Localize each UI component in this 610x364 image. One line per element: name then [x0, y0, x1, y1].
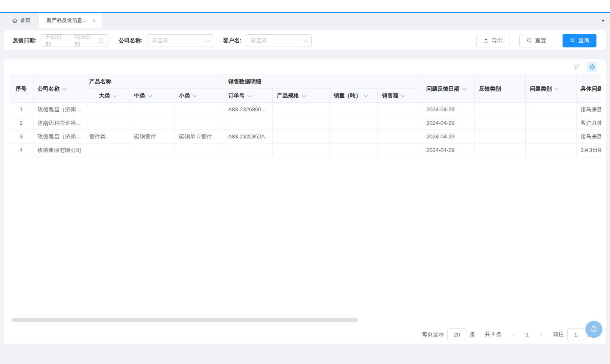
sort-chevron-icon: [147, 93, 152, 97]
tab-active[interactable]: 新产品反馈信息... ×: [39, 13, 102, 28]
col-header-spec[interactable]: 产品规格: [272, 89, 329, 103]
col-header-detail: 具体问题: [576, 75, 601, 103]
company-name-label: 公司名称:: [119, 37, 142, 44]
cell-company: 玫德雅昌（济南...: [33, 103, 85, 116]
tab-home[interactable]: 首页: [0, 13, 39, 28]
tab-bar: 首页 新产品反馈信息... × ▼: [0, 13, 610, 28]
goto-page-input[interactable]: [567, 328, 584, 340]
current-page-number[interactable]: 1: [521, 331, 533, 338]
cell-feedback-type: [474, 130, 525, 143]
reset-button[interactable]: 重置: [519, 34, 553, 47]
cell-volume: [329, 130, 377, 143]
cell-volume: [329, 103, 377, 116]
horizontal-scrollbar-thumb[interactable]: [12, 318, 358, 322]
tab-list-caret-icon[interactable]: ▼: [601, 13, 605, 28]
cell-category-big: [85, 103, 130, 116]
col-group-product: 产品名称: [85, 75, 224, 89]
cell-amount: [377, 116, 422, 130]
total-count: 共 4 条: [485, 331, 502, 338]
col-header-category-mid[interactable]: 中类: [130, 89, 175, 103]
column-settings-button[interactable]: [587, 62, 597, 72]
export-button[interactable]: 导出: [476, 34, 510, 47]
col-header-order-no[interactable]: 订单号: [224, 89, 272, 103]
chevron-down-icon: [205, 37, 209, 42]
cell-category-mid: 碳钢管件: [130, 130, 175, 143]
col-header-seq: 序号: [9, 75, 33, 103]
browser-strip: [0, 0, 610, 12]
cell-feedback-date: 2024-04-29: [422, 143, 474, 157]
date-end-placeholder: 结束日期: [75, 33, 95, 48]
feedback-date-label: 反馈日期:: [13, 37, 36, 44]
tab-close-icon[interactable]: ×: [92, 18, 96, 23]
search-icon: [570, 38, 575, 43]
cell-volume: [329, 116, 377, 130]
table-body: 1 玫德雅昌（济南... A83-2326860... 2024-04-29 接…: [9, 103, 601, 157]
feedback-date-range-input[interactable]: 开始日期 - 结束日期: [41, 34, 108, 47]
cell-amount: [377, 130, 422, 143]
cell-volume: [329, 143, 377, 157]
tab-home-label: 首页: [20, 17, 30, 24]
col-header-amount[interactable]: 销售额: [377, 89, 422, 103]
table-scroll-area[interactable]: 序号 公司名称 产品名称 销售数据明细 问题反馈日期 反馈类别 问题类别 具体问…: [9, 74, 601, 157]
filter-funnel-icon[interactable]: [571, 62, 581, 72]
cell-detail: 接马来西: [576, 103, 601, 116]
cell-spec: [272, 116, 329, 130]
chevron-down-icon: [304, 37, 308, 42]
cell-detail: 客户具体: [576, 116, 601, 130]
per-page-input[interactable]: [447, 328, 466, 340]
feedback-table: 序号 公司名称 产品名称 销售数据明细 问题反馈日期 反馈类别 问题类别 具体问…: [9, 74, 601, 157]
per-page-label: 每页显示: [422, 331, 444, 338]
col-header-problem-type[interactable]: 问题类别: [525, 75, 576, 103]
cell-company: 济南迈科管道科...: [33, 116, 85, 130]
table-row[interactable]: 4 玫德集团有限公司 2024-04-29 3月3日结: [9, 143, 601, 157]
query-button[interactable]: 查询: [563, 34, 596, 47]
cell-category-mid: [130, 143, 175, 157]
customer-select[interactable]: 请选择: [246, 34, 312, 47]
cell-category-small: [175, 116, 224, 130]
reset-button-label: 重置: [535, 37, 546, 44]
date-separator: -: [69, 37, 71, 44]
cell-category-big: 管件类: [85, 130, 130, 143]
sort-chevron-icon: [247, 93, 251, 97]
col-header-volume[interactable]: 销量（吨）: [329, 89, 377, 103]
col-header-company[interactable]: 公司名称: [33, 75, 85, 103]
cell-category-small: [175, 103, 224, 116]
calendar-icon: [98, 38, 104, 44]
sort-chevron-icon: [301, 93, 305, 97]
next-page-button[interactable]: ›: [536, 331, 545, 338]
cell-seq: 2: [9, 116, 33, 130]
cell-spec: [272, 103, 329, 116]
date-start-placeholder: 开始日期: [45, 33, 66, 48]
table-toolbar: [9, 59, 601, 74]
cell-spec: [272, 130, 329, 143]
table-row[interactable]: 2 济南迈科管道科... 2024-04-29 客户具体: [9, 116, 601, 130]
cell-order-no: A83-232L852A: [224, 130, 272, 143]
cell-seq: 4: [9, 143, 33, 157]
cell-category-small: [175, 143, 224, 157]
table-row[interactable]: 1 玫德雅昌（济南... A83-2326860... 2024-04-29 接…: [9, 103, 601, 116]
company-select[interactable]: 请选择: [147, 34, 213, 47]
table-header: 序号 公司名称 产品名称 销售数据明细 问题反馈日期 反馈类别 问题类别 具体问…: [9, 75, 601, 103]
per-page-unit: 条: [470, 331, 475, 338]
cell-spec: [272, 143, 329, 157]
page-body: 反馈日期: 开始日期 - 结束日期 公司名称: 请选择 客户名: 请选择 导出 …: [0, 28, 610, 364]
pagination-bar: 每页显示 条 共 4 条 ‹ 1 › 前往 页: [9, 325, 601, 344]
upload-icon: [483, 38, 489, 43]
cell-order-no: [224, 143, 272, 157]
notification-fab[interactable]: [585, 321, 602, 338]
cell-feedback-date: 2024-04-29: [422, 116, 474, 130]
prev-page-button[interactable]: ‹: [509, 331, 518, 338]
cell-problem-type: [525, 143, 576, 157]
col-header-category-small[interactable]: 小类: [175, 89, 224, 103]
col-header-feedback-date[interactable]: 问题反馈日期: [422, 75, 474, 103]
table-row[interactable]: 3 玫德雅昌（济南... 管件类 碳钢管件 碳钢单卡管件 A83-232L852…: [9, 130, 601, 143]
cell-problem-type: [525, 116, 576, 130]
goto-label: 前往: [553, 331, 564, 338]
cell-feedback-type: [474, 143, 525, 157]
horizontal-scrollbar: [9, 317, 601, 323]
customer-select-placeholder: 请选择: [250, 37, 267, 44]
col-header-category-big[interactable]: 大类: [85, 89, 130, 103]
tab-active-label: 新产品反馈信息...: [47, 17, 86, 24]
table-empty-area: [9, 157, 601, 317]
cell-company: 玫德雅昌（济南...: [33, 130, 85, 143]
